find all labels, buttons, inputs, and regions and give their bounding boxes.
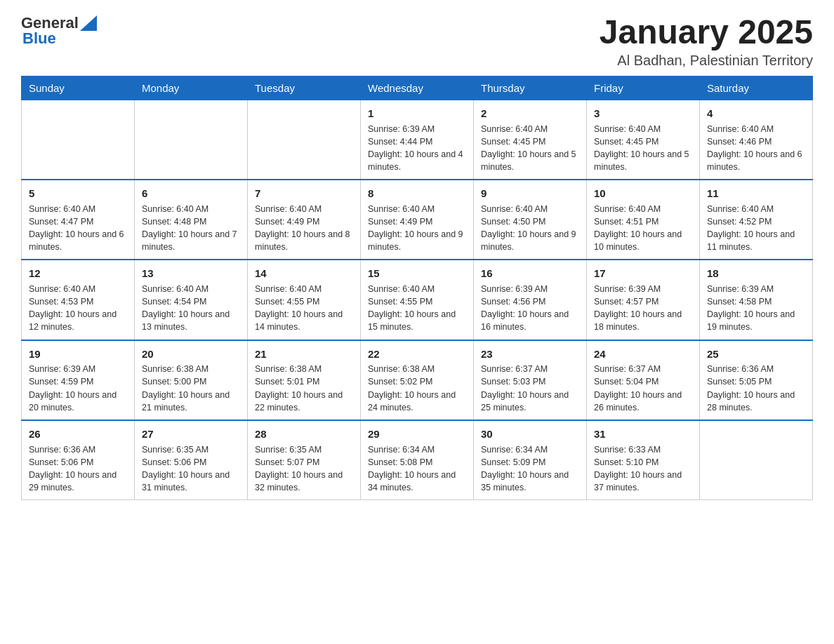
calendar-cell: 1Sunrise: 6:39 AM Sunset: 4:44 PM Daylig…	[361, 100, 474, 180]
day-info: Sunrise: 6:39 AM Sunset: 4:57 PM Dayligh…	[594, 283, 692, 334]
day-info: Sunrise: 6:38 AM Sunset: 5:01 PM Dayligh…	[255, 363, 353, 414]
calendar-cell: 19Sunrise: 6:39 AM Sunset: 4:59 PM Dayli…	[22, 340, 135, 420]
day-number: 16	[481, 266, 579, 281]
calendar-week-row: 12Sunrise: 6:40 AM Sunset: 4:53 PM Dayli…	[22, 260, 813, 340]
calendar-cell: 24Sunrise: 6:37 AM Sunset: 5:04 PM Dayli…	[587, 340, 700, 420]
month-title: January 2025	[600, 14, 813, 51]
day-number: 6	[142, 186, 240, 201]
calendar-cell: 29Sunrise: 6:34 AM Sunset: 5:08 PM Dayli…	[361, 420, 474, 500]
calendar-cell: 4Sunrise: 6:40 AM Sunset: 4:46 PM Daylig…	[700, 100, 813, 180]
day-number: 11	[707, 186, 805, 201]
day-info: Sunrise: 6:35 AM Sunset: 5:06 PM Dayligh…	[142, 443, 240, 495]
day-number: 3	[594, 106, 692, 121]
logo: General Blue	[21, 14, 97, 48]
calendar-day-header: Monday	[135, 76, 248, 100]
calendar-cell: 3Sunrise: 6:40 AM Sunset: 4:45 PM Daylig…	[587, 100, 700, 180]
calendar-cell: 17Sunrise: 6:39 AM Sunset: 4:57 PM Dayli…	[587, 260, 700, 340]
day-info: Sunrise: 6:40 AM Sunset: 4:50 PM Dayligh…	[481, 203, 579, 254]
day-number: 10	[594, 186, 692, 201]
calendar-cell: 8Sunrise: 6:40 AM Sunset: 4:49 PM Daylig…	[361, 180, 474, 260]
svg-marker-0	[80, 15, 97, 31]
calendar-cell: 10Sunrise: 6:40 AM Sunset: 4:51 PM Dayli…	[587, 180, 700, 260]
day-number: 7	[255, 186, 353, 201]
day-number: 27	[142, 427, 240, 442]
day-info: Sunrise: 6:35 AM Sunset: 5:07 PM Dayligh…	[255, 443, 353, 495]
day-number: 5	[29, 186, 127, 201]
day-info: Sunrise: 6:40 AM Sunset: 4:54 PM Dayligh…	[142, 283, 240, 334]
day-info: Sunrise: 6:40 AM Sunset: 4:45 PM Dayligh…	[481, 123, 579, 174]
day-info: Sunrise: 6:40 AM Sunset: 4:55 PM Dayligh…	[368, 283, 466, 334]
day-number: 14	[255, 266, 353, 281]
calendar-cell: 6Sunrise: 6:40 AM Sunset: 4:48 PM Daylig…	[135, 180, 248, 260]
day-info: Sunrise: 6:36 AM Sunset: 5:06 PM Dayligh…	[29, 443, 127, 495]
day-info: Sunrise: 6:40 AM Sunset: 4:55 PM Dayligh…	[255, 283, 353, 334]
calendar-cell: 27Sunrise: 6:35 AM Sunset: 5:06 PM Dayli…	[135, 420, 248, 500]
day-info: Sunrise: 6:40 AM Sunset: 4:46 PM Dayligh…	[707, 123, 805, 174]
day-info: Sunrise: 6:38 AM Sunset: 5:00 PM Dayligh…	[142, 363, 240, 414]
day-number: 9	[481, 186, 579, 201]
day-number: 26	[29, 427, 127, 442]
day-info: Sunrise: 6:40 AM Sunset: 4:51 PM Dayligh…	[594, 203, 692, 254]
day-info: Sunrise: 6:40 AM Sunset: 4:49 PM Dayligh…	[255, 203, 353, 254]
day-number: 31	[594, 427, 692, 442]
day-number: 15	[368, 266, 466, 281]
day-number: 1	[368, 106, 466, 121]
calendar-cell: 20Sunrise: 6:38 AM Sunset: 5:00 PM Dayli…	[135, 340, 248, 420]
day-info: Sunrise: 6:37 AM Sunset: 5:03 PM Dayligh…	[481, 363, 579, 414]
day-info: Sunrise: 6:37 AM Sunset: 5:04 PM Dayligh…	[594, 363, 692, 414]
calendar-header-row: SundayMondayTuesdayWednesdayThursdayFrid…	[22, 76, 813, 100]
calendar-cell: 26Sunrise: 6:36 AM Sunset: 5:06 PM Dayli…	[22, 420, 135, 500]
day-number: 28	[255, 427, 353, 442]
day-info: Sunrise: 6:40 AM Sunset: 4:48 PM Dayligh…	[142, 203, 240, 254]
day-info: Sunrise: 6:39 AM Sunset: 4:56 PM Dayligh…	[481, 283, 579, 334]
calendar-cell	[700, 420, 813, 500]
day-number: 23	[481, 347, 579, 362]
calendar-cell: 13Sunrise: 6:40 AM Sunset: 4:54 PM Dayli…	[135, 260, 248, 340]
title-block: January 2025 Al Badhan, Palestinian Terr…	[600, 14, 813, 69]
calendar-cell: 23Sunrise: 6:37 AM Sunset: 5:03 PM Dayli…	[474, 340, 587, 420]
calendar-table: SundayMondayTuesdayWednesdayThursdayFrid…	[21, 76, 813, 500]
calendar-cell: 5Sunrise: 6:40 AM Sunset: 4:47 PM Daylig…	[22, 180, 135, 260]
day-number: 18	[707, 266, 805, 281]
calendar-cell: 31Sunrise: 6:33 AM Sunset: 5:10 PM Dayli…	[587, 420, 700, 500]
calendar-cell: 22Sunrise: 6:38 AM Sunset: 5:02 PM Dayli…	[361, 340, 474, 420]
day-number: 21	[255, 347, 353, 362]
calendar-cell: 7Sunrise: 6:40 AM Sunset: 4:49 PM Daylig…	[248, 180, 361, 260]
day-info: Sunrise: 6:39 AM Sunset: 4:44 PM Dayligh…	[368, 123, 466, 174]
calendar-cell: 14Sunrise: 6:40 AM Sunset: 4:55 PM Dayli…	[248, 260, 361, 340]
calendar-day-header: Sunday	[22, 76, 135, 100]
calendar-week-row: 26Sunrise: 6:36 AM Sunset: 5:06 PM Dayli…	[22, 420, 813, 500]
calendar-day-header: Friday	[587, 76, 700, 100]
day-info: Sunrise: 6:39 AM Sunset: 4:59 PM Dayligh…	[29, 363, 127, 414]
calendar-cell: 25Sunrise: 6:36 AM Sunset: 5:05 PM Dayli…	[700, 340, 813, 420]
calendar-week-row: 19Sunrise: 6:39 AM Sunset: 4:59 PM Dayli…	[22, 340, 813, 420]
day-info: Sunrise: 6:34 AM Sunset: 5:08 PM Dayligh…	[368, 443, 466, 495]
day-info: Sunrise: 6:33 AM Sunset: 5:10 PM Dayligh…	[594, 443, 692, 495]
location-subtitle: Al Badhan, Palestinian Territory	[600, 53, 813, 69]
calendar-cell: 11Sunrise: 6:40 AM Sunset: 4:52 PM Dayli…	[700, 180, 813, 260]
calendar-cell: 21Sunrise: 6:38 AM Sunset: 5:01 PM Dayli…	[248, 340, 361, 420]
calendar-day-header: Thursday	[474, 76, 587, 100]
day-number: 29	[368, 427, 466, 442]
logo-triangle-icon	[80, 15, 97, 31]
calendar-day-header: Saturday	[700, 76, 813, 100]
day-info: Sunrise: 6:34 AM Sunset: 5:09 PM Dayligh…	[481, 443, 579, 495]
day-number: 4	[707, 106, 805, 121]
calendar-cell: 15Sunrise: 6:40 AM Sunset: 4:55 PM Dayli…	[361, 260, 474, 340]
day-number: 12	[29, 266, 127, 281]
logo-blue-text: Blue	[22, 29, 56, 48]
day-info: Sunrise: 6:36 AM Sunset: 5:05 PM Dayligh…	[707, 363, 805, 414]
calendar-cell	[22, 100, 135, 180]
calendar-cell	[135, 100, 248, 180]
calendar-week-row: 5Sunrise: 6:40 AM Sunset: 4:47 PM Daylig…	[22, 180, 813, 260]
day-info: Sunrise: 6:40 AM Sunset: 4:52 PM Dayligh…	[707, 203, 805, 254]
calendar-cell: 12Sunrise: 6:40 AM Sunset: 4:53 PM Dayli…	[22, 260, 135, 340]
day-info: Sunrise: 6:40 AM Sunset: 4:49 PM Dayligh…	[368, 203, 466, 254]
calendar-cell	[248, 100, 361, 180]
page-header: General Blue January 2025 Al Badhan, Pal…	[21, 14, 813, 69]
day-info: Sunrise: 6:40 AM Sunset: 4:45 PM Dayligh…	[594, 123, 692, 174]
calendar-cell: 16Sunrise: 6:39 AM Sunset: 4:56 PM Dayli…	[474, 260, 587, 340]
day-number: 24	[594, 347, 692, 362]
day-number: 22	[368, 347, 466, 362]
day-number: 20	[142, 347, 240, 362]
